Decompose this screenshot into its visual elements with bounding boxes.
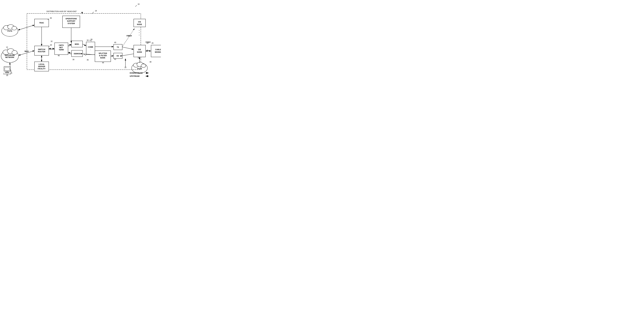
downstream-label: DOWNSTREAM: [130, 72, 142, 74]
ref-18: 18: [95, 10, 97, 12]
switch-router-label1: SWITCH/: [38, 49, 45, 50]
pstn-right-label: PSTN: [137, 68, 142, 70]
network-diagram: DISTRIBUTION HUB OR "HEAD-END" 18 16 PST…: [0, 0, 161, 83]
svg-point-47: [141, 64, 146, 67]
dots: •: [139, 29, 140, 31]
backbone-network-label: BACKBONE: [5, 54, 15, 56]
oe-node-bottom-label1: O/E: [138, 49, 141, 51]
ops-support-label2: SUPPORT: [67, 20, 75, 22]
dots3: •: [139, 34, 140, 36]
cmts-label3: TERM: [59, 49, 64, 51]
trac-label: TRAC: [39, 22, 44, 24]
wan-label: WAN: [24, 50, 29, 52]
mod-label: MOD.: [75, 43, 80, 45]
splitter-label3: BANK: [100, 57, 105, 59]
ref-16: 16: [138, 3, 140, 5]
local-server-label2: SERVER: [38, 66, 45, 67]
pstn-left-label: PSTN: [8, 30, 12, 32]
ops-support-label1: OPERATIONS: [66, 18, 77, 20]
switch-router-label2: ROUTER: [38, 51, 46, 53]
splitter-label2: & FILTER: [99, 55, 107, 57]
ref-34: 34: [87, 39, 88, 41]
ref-26: 26: [152, 42, 154, 44]
ref-38: 38: [90, 39, 92, 40]
ref-24: 24: [138, 57, 140, 59]
ref-20: 20: [50, 44, 52, 46]
svg-rect-36: [134, 19, 146, 27]
ref-49: 49: [50, 17, 52, 19]
tx-label: TX: [117, 46, 119, 48]
svg-point-10: [12, 26, 16, 30]
comb-label1: COMB: [88, 46, 93, 48]
distribution-hub-label: DISTRIBUTION HUB OR "HEAD-END": [46, 11, 77, 12]
rx-label: RX: [116, 55, 119, 57]
ref-46: 46: [58, 55, 60, 57]
local-server-label1: LOCAL: [38, 63, 44, 65]
splitter-label1: SPLITTER: [98, 52, 107, 54]
cable-modem-label1: CABLE: [155, 49, 161, 51]
backbone-network-label2: NETWORK: [6, 56, 14, 58]
fiber-label: FIBER: [126, 35, 132, 37]
demod-label: DEMOD: [74, 53, 80, 55]
coax-label: COAX: [146, 41, 150, 43]
dots2: •: [139, 32, 140, 34]
local-server-label3: FACILITY: [38, 68, 46, 70]
ref-48: 48: [150, 61, 152, 63]
ref-30: 30: [72, 59, 74, 61]
svg-point-14: [12, 51, 17, 55]
oe-node-top-label2: NODE: [137, 24, 142, 25]
oe-node-bottom-label2: NODE: [137, 51, 142, 53]
cmts-label1: CMTS: [59, 44, 64, 46]
ops-support-label3: SYSTEM: [68, 23, 75, 24]
oe-node-top-label1: O/E: [138, 21, 141, 23]
ref-42: 42: [114, 58, 116, 60]
ref-12: 12: [6, 46, 8, 48]
cmts-label2: NET.: [59, 47, 63, 49]
upstream-label: UPSTREAM: [130, 75, 140, 77]
ref-36: 36: [87, 59, 88, 61]
svg-rect-32: [86, 42, 95, 55]
ref-44: 44: [102, 62, 104, 64]
ref-32: 32: [50, 40, 52, 42]
cable-modem-label2: MODEM: [155, 51, 161, 53]
ref-40: 40: [114, 42, 116, 43]
comb-label2: .: [90, 49, 91, 50]
